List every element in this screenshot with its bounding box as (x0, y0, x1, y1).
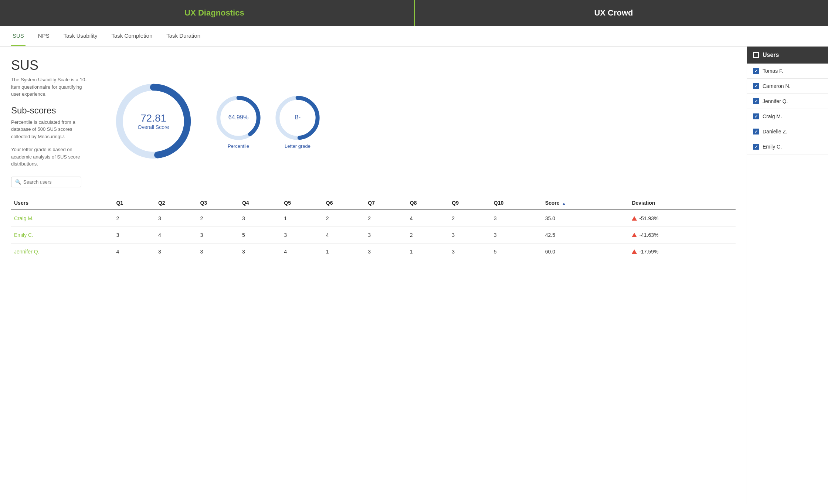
cell-q6: 1 (323, 243, 365, 260)
col-q9: Q9 (449, 196, 491, 210)
cell-q9: 2 (449, 210, 491, 227)
user-checkbox-2[interactable] (753, 98, 759, 104)
cell-q7: 2 (365, 210, 407, 227)
header-divider (414, 0, 415, 26)
table-body: Craig M. 2 3 2 3 1 2 2 4 2 3 35.0 -51.93… (11, 210, 736, 260)
cell-deviation: -17.59% (629, 243, 736, 260)
deviation-triangle-icon (632, 233, 637, 237)
user-item[interactable]: Cameron N. (747, 79, 828, 94)
tab-task-usability[interactable]: Task Usability (62, 27, 99, 46)
cell-q8: 2 (407, 227, 449, 243)
cell-q6: 4 (323, 227, 365, 243)
user-name-1: Cameron N. (763, 83, 790, 89)
cell-q2: 3 (155, 243, 197, 260)
user-item[interactable]: Tomas F. (747, 64, 828, 79)
main-layout: SUS The System Usability Scale is a 10-i… (0, 47, 828, 504)
col-q7: Q7 (365, 196, 407, 210)
cell-q7: 3 (365, 243, 407, 260)
user-checkbox-3[interactable] (753, 113, 759, 119)
col-q5: Q5 (281, 196, 323, 210)
search-box[interactable]: 🔍 (11, 177, 81, 187)
user-name-3: Craig M. (763, 113, 782, 119)
col-q1: Q1 (113, 196, 155, 210)
users-list: Tomas F. Cameron N. Jennifer Q. Craig M.… (747, 64, 828, 154)
table-row: Emily C. 3 4 3 5 3 4 3 2 3 3 42.5 -41.63… (11, 227, 736, 243)
app-title-right: UX Crowd (414, 8, 813, 18)
cell-q3: 2 (197, 210, 239, 227)
user-checkbox-1[interactable] (753, 83, 759, 89)
cell-q1: 2 (113, 210, 155, 227)
app-title-left: UX Diagnostics (15, 8, 414, 18)
user-checkbox-0[interactable] (753, 68, 759, 74)
col-q2: Q2 (155, 196, 197, 210)
col-users: Users (11, 196, 113, 210)
user-name-2: Jennifer Q. (763, 98, 788, 104)
cell-score: 42.5 (542, 227, 629, 243)
tab-nps[interactable]: NPS (37, 27, 51, 46)
cell-q4: 5 (239, 227, 281, 243)
col-score[interactable]: Score ▲ (542, 196, 629, 210)
sus-title: SUS (11, 58, 92, 73)
user-item[interactable]: Emily C. (747, 139, 828, 154)
cell-q10: 3 (491, 210, 542, 227)
col-q4: Q4 (239, 196, 281, 210)
col-q3: Q3 (197, 196, 239, 210)
content-area: SUS The System Usability Scale is a 10-i… (0, 47, 747, 504)
user-item[interactable]: Craig M. (747, 109, 828, 124)
cell-deviation: -51.93% (629, 210, 736, 227)
main-gauge: 72.81 Overall Score (111, 79, 196, 164)
letter-grade-gauge-label: B- (295, 114, 301, 121)
users-panel-checkbox[interactable] (753, 52, 759, 58)
deviation-value: -41.63% (639, 232, 658, 238)
user-name-5: Emily C. (763, 144, 782, 150)
subscores-title: Sub-scores (11, 105, 92, 116)
cell-q2: 4 (155, 227, 197, 243)
sus-data-table: Users Q1 Q2 Q3 Q4 Q5 Q6 Q7 Q8 Q9 Q10 Sco… (11, 196, 736, 260)
col-q6: Q6 (323, 196, 365, 210)
tab-sus[interactable]: SUS (11, 27, 26, 46)
top-section: SUS The System Usability Scale is a 10-i… (11, 58, 736, 196)
tab-task-completion[interactable]: Task Completion (110, 27, 154, 46)
user-item[interactable]: Jennifer Q. (747, 94, 828, 109)
percentile-gauge-label: 64.99% (228, 114, 248, 121)
cell-q10: 3 (491, 227, 542, 243)
search-input[interactable] (23, 179, 77, 185)
letter-grade-gauge-wrapper: B- Letter grade (274, 94, 322, 149)
table-row: Jennifer Q. 4 3 3 3 4 1 3 1 3 5 60.0 -17… (11, 243, 736, 260)
letter-grade-gauge: B- (274, 94, 322, 142)
overall-score-label: Overall Score (138, 124, 169, 130)
user-checkbox-4[interactable] (753, 129, 759, 134)
cell-user: Craig M. (11, 210, 113, 227)
col-q10: Q10 (491, 196, 542, 210)
cell-q5: 3 (281, 227, 323, 243)
sus-description: The System Usability Scale is a 10-item … (11, 76, 92, 98)
user-name-0: Tomas F. (763, 68, 783, 74)
cell-q5: 1 (281, 210, 323, 227)
cell-user: Jennifer Q. (11, 243, 113, 260)
user-name-4: Danielle Z. (763, 129, 787, 134)
small-gauges: 64.99% Percentile (214, 94, 322, 149)
percentile-value: 64.99% (228, 114, 248, 120)
letter-grade-value: B- (295, 114, 301, 120)
cell-q9: 3 (449, 227, 491, 243)
deviation-value: -51.93% (639, 215, 658, 221)
overall-score-value: 72.81 (138, 112, 169, 124)
main-gauge-label: 72.81 Overall Score (138, 112, 169, 130)
table-row: Craig M. 2 3 2 3 1 2 2 4 2 3 35.0 -51.93… (11, 210, 736, 227)
tab-task-duration[interactable]: Task Duration (165, 27, 202, 46)
col-q8: Q8 (407, 196, 449, 210)
user-checkbox-5[interactable] (753, 144, 759, 150)
sort-arrow-icon: ▲ (562, 201, 566, 205)
deviation-triangle-icon (632, 216, 637, 221)
cell-q7: 3 (365, 227, 407, 243)
cell-q8: 1 (407, 243, 449, 260)
cell-q5: 4 (281, 243, 323, 260)
users-panel-header: Users (747, 47, 828, 64)
percentile-label: Percentile (214, 143, 262, 149)
cell-score: 35.0 (542, 210, 629, 227)
user-item[interactable]: Danielle Z. (747, 124, 828, 139)
percentile-gauge: 64.99% (214, 94, 262, 142)
cell-q10: 5 (491, 243, 542, 260)
cell-q3: 3 (197, 243, 239, 260)
letter-grade-description: Your letter grade is based on academic a… (11, 146, 92, 168)
